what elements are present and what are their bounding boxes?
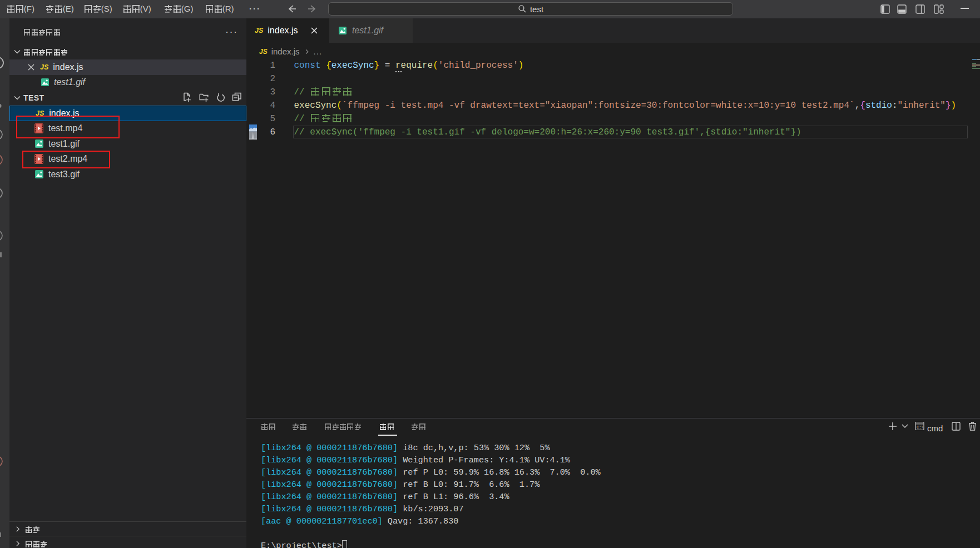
svg-text:C:\: C:\	[917, 425, 924, 430]
